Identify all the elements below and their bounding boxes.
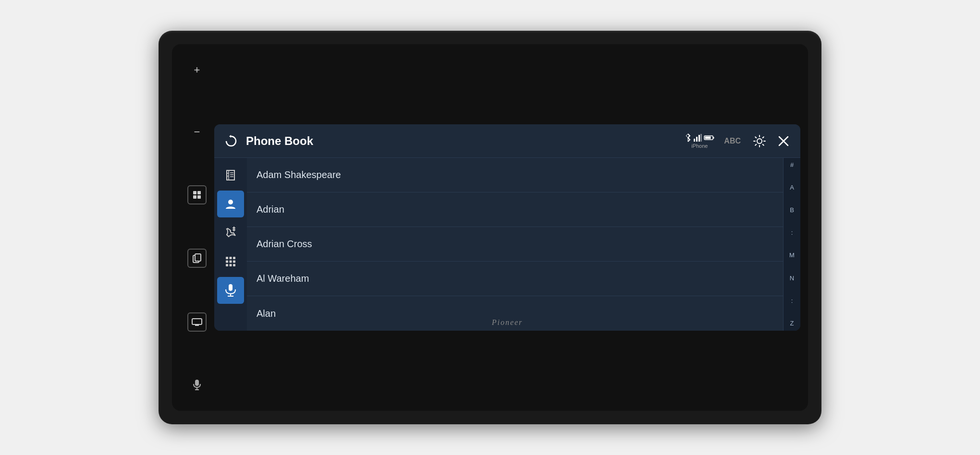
- close-button[interactable]: [774, 132, 793, 150]
- svg-rect-33: [230, 261, 232, 263]
- contact-name: Alan: [257, 308, 276, 319]
- svg-rect-3: [197, 195, 201, 199]
- nav-phonebook[interactable]: [217, 162, 244, 189]
- settings-button[interactable]: [750, 132, 769, 150]
- alpha-z[interactable]: Z: [790, 319, 794, 328]
- nav-dialpad[interactable]: [217, 248, 244, 275]
- copy-button[interactable]: [187, 249, 207, 268]
- mic-side-button[interactable]: [188, 376, 206, 394]
- screen-button[interactable]: [187, 312, 207, 332]
- svg-rect-6: [192, 319, 202, 324]
- svg-rect-34: [233, 261, 235, 263]
- svg-rect-17: [705, 136, 711, 139]
- svg-rect-36: [230, 264, 232, 266]
- contact-adrian[interactable]: Adrian: [247, 192, 783, 227]
- svg-rect-29: [226, 257, 228, 259]
- svg-rect-2: [193, 195, 196, 199]
- svg-rect-31: [233, 257, 235, 259]
- nav-icons: [214, 158, 247, 331]
- nav-voice[interactable]: [217, 277, 244, 304]
- page-title: Phone Book: [246, 134, 679, 148]
- alpha-sep2: :: [791, 297, 793, 305]
- svg-marker-11: [229, 135, 231, 138]
- contact-adam-shakespeare[interactable]: Adam Shakespeare: [247, 158, 783, 192]
- grid-button[interactable]: [187, 185, 207, 204]
- svg-rect-14: [698, 135, 700, 142]
- nav-contacts[interactable]: [217, 191, 244, 217]
- svg-rect-15: [700, 134, 702, 142]
- contact-list: Adam Shakespeare Adrian Adrian Cross Al …: [247, 158, 783, 331]
- alpha-m[interactable]: M: [789, 251, 795, 260]
- contact-adrian-cross[interactable]: Adrian Cross: [247, 227, 783, 262]
- svg-point-19: [757, 139, 762, 144]
- svg-rect-13: [696, 137, 698, 142]
- status-icons: [685, 133, 714, 142]
- svg-rect-12: [694, 139, 695, 142]
- alpha-a[interactable]: A: [790, 183, 794, 192]
- screen-content: Adam Shakespeare Adrian Adrian Cross Al …: [214, 158, 800, 331]
- svg-rect-30: [230, 257, 232, 259]
- contact-name: Adrian: [257, 204, 284, 215]
- refresh-button[interactable]: [222, 132, 240, 150]
- device-body: + −: [180, 52, 800, 403]
- alpha-sep1: :: [791, 228, 793, 237]
- abc-label[interactable]: ABC: [724, 137, 741, 145]
- contact-name: Adam Shakespeare: [257, 169, 341, 180]
- device-inner: + −: [172, 44, 808, 411]
- alpha-n[interactable]: N: [790, 274, 794, 283]
- plus-button[interactable]: +: [188, 61, 206, 79]
- pioneer-logo: Pioneer: [492, 318, 523, 327]
- svg-rect-0: [193, 191, 196, 194]
- contact-al-wareham[interactable]: Al Wareham: [247, 262, 783, 296]
- main-screen: Phone Book: [214, 124, 800, 331]
- svg-rect-32: [226, 261, 228, 263]
- svg-rect-18: [713, 137, 714, 139]
- screen-wrapper: Phone Book: [214, 124, 800, 331]
- minus-button[interactable]: −: [188, 123, 206, 141]
- svg-point-25: [228, 200, 233, 204]
- source-label: iPhone: [691, 143, 708, 149]
- alpha-b[interactable]: B: [790, 206, 794, 215]
- alpha-index: # A B : M N : Z: [783, 158, 800, 331]
- contact-name: Adrian Cross: [257, 239, 312, 250]
- svg-rect-37: [233, 264, 235, 266]
- svg-rect-8: [195, 380, 199, 386]
- svg-rect-1: [197, 191, 201, 194]
- nav-calls[interactable]: [217, 219, 244, 246]
- device-frame: + −: [159, 31, 821, 424]
- status-area: iPhone: [685, 133, 714, 149]
- svg-rect-38: [229, 284, 233, 291]
- svg-rect-5: [195, 254, 201, 261]
- screen-header: Phone Book: [214, 124, 800, 158]
- svg-rect-35: [226, 264, 228, 266]
- contact-name: Al Wareham: [257, 273, 309, 284]
- alpha-hash[interactable]: #: [790, 161, 794, 169]
- side-controls: + −: [180, 52, 214, 403]
